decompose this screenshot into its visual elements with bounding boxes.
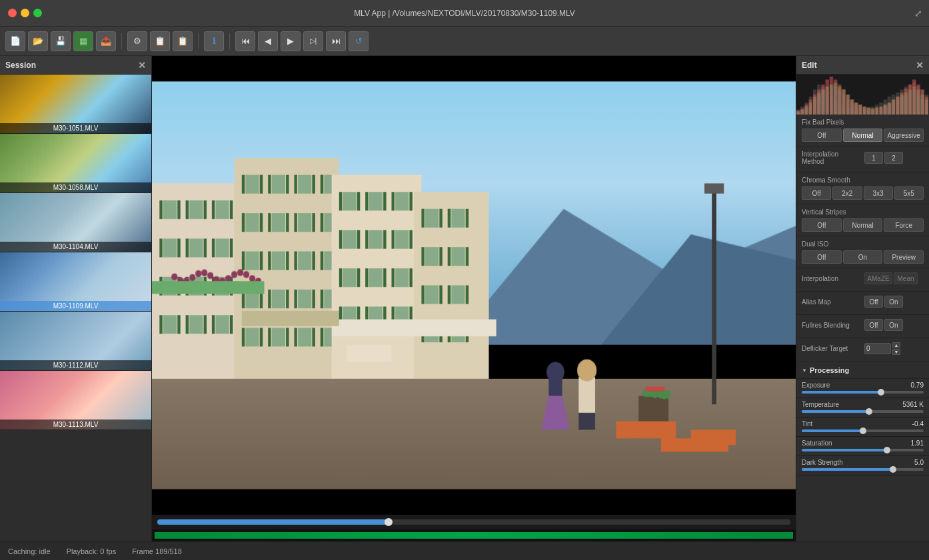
interp-mean[interactable]: Mean: [894, 272, 918, 284]
chroma-smooth-buttons: Off 2x2 3x3 5x5: [802, 186, 924, 200]
vertical-stripes-buttons: Off Normal Force: [802, 218, 924, 232]
slider-header-1: Temperature 5361 K: [802, 401, 924, 408]
chroma-smooth-3x3[interactable]: 3x3: [864, 186, 893, 200]
copy-button[interactable]: 📋: [150, 31, 170, 51]
slider-handle-0[interactable]: [878, 389, 884, 396]
slider-handle-2[interactable]: [860, 427, 866, 434]
session-label-M30-1104: M30-1104.MLV: [0, 242, 151, 252]
processing-collapse-arrow[interactable]: ▼: [802, 368, 807, 374]
maximize-button[interactable]: [33, 9, 42, 17]
toolbar-separator-1: [121, 33, 122, 49]
alias-map-on[interactable]: On: [884, 296, 903, 308]
slider-header-2: Tint -0.4: [802, 420, 924, 427]
dual-iso-preview[interactable]: Preview: [884, 250, 924, 264]
dual-iso-label: Dual ISO: [802, 240, 924, 248]
deflicker-spinners: ▲ ▼: [892, 342, 900, 355]
fullres-blending-off[interactable]: Off: [864, 319, 883, 331]
slider-handle-3[interactable]: [884, 447, 890, 453]
slider-handle-4[interactable]: [890, 466, 896, 473]
vertical-stripes-off[interactable]: Off: [802, 218, 842, 232]
window-title: MLV App | /Volumes/NEXTODI/MLV/20170830/…: [354, 9, 575, 18]
titlebar: MLV App | /Volumes/NEXTODI/MLV/20170830/…: [0, 0, 929, 27]
deflicker-down[interactable]: ▼: [892, 349, 900, 355]
slider-track-0[interactable]: [802, 391, 924, 394]
skip-start-button[interactable]: ⏮: [235, 31, 255, 51]
audio-bar-container: [152, 529, 796, 541]
video-controls: [152, 515, 796, 529]
fix-bad-pixels-aggressive[interactable]: Aggressive: [884, 129, 924, 142]
processing-header: ▼ Processing: [796, 362, 929, 379]
alias-map-off[interactable]: Off: [864, 296, 883, 308]
loop-button[interactable]: ↺: [349, 31, 369, 51]
interpolation-section: Interpolation AMaZE Mean: [796, 268, 929, 292]
new-file-button[interactable]: 📄: [5, 31, 25, 51]
interp-method-1[interactable]: 1: [864, 152, 883, 164]
close-button[interactable]: [8, 9, 17, 17]
chroma-smooth-off[interactable]: Off: [802, 186, 831, 200]
paste-button[interactable]: 📋: [173, 31, 193, 51]
chroma-smooth-section: Chroma Smooth Off 2x2 3x3 5x5: [796, 172, 929, 204]
chroma-smooth-5x5[interactable]: 5x5: [894, 186, 924, 200]
info-button[interactable]: ℹ: [204, 31, 224, 51]
slider-value-2: -0.4: [912, 420, 924, 427]
slider-handle-1[interactable]: [866, 408, 872, 415]
fullres-blending-on[interactable]: On: [884, 319, 903, 331]
session-item-M30-1112[interactable]: M30-1112.MLV: [0, 312, 151, 371]
deflicker-target-input[interactable]: [864, 343, 891, 354]
edit-panel: Edit ✕ Fix Bad Pixels Off Normal Aggress…: [796, 56, 929, 541]
chroma-smooth-label: Chroma Smooth: [802, 176, 924, 184]
settings-button[interactable]: ⚙: [127, 31, 147, 51]
playback-handle[interactable]: [385, 518, 393, 526]
export-green-button[interactable]: ▦: [73, 31, 93, 51]
slider-track-2[interactable]: [802, 429, 924, 432]
session-item-M30-1058[interactable]: M30-1058.MLV: [0, 134, 151, 193]
slider-track-3[interactable]: [802, 449, 924, 451]
session-item-M30-1051[interactable]: M30-1051.MLV: [0, 75, 151, 134]
deflicker-up[interactable]: ▲: [892, 342, 900, 348]
slider-value-4: 5.0: [914, 459, 924, 466]
fix-bad-pixels-normal[interactable]: Normal: [843, 129, 883, 142]
deflicker-target-label: Deflicker Target: [802, 345, 862, 352]
chroma-smooth-2x2[interactable]: 2x2: [832, 186, 862, 200]
vertical-stripes-force[interactable]: Force: [884, 218, 924, 232]
session-close-button[interactable]: ✕: [138, 60, 146, 71]
interp-amaze[interactable]: AMaZE: [864, 272, 892, 284]
session-item-M30-1113[interactable]: M30-1113.MLV: [0, 371, 151, 430]
main-content: Session ✕ M30-1051.MLV M30-1058.MLV M30-…: [0, 56, 929, 541]
expand-icon[interactable]: ⤢: [914, 8, 922, 19]
dual-iso-on[interactable]: On: [843, 250, 883, 264]
fix-bad-pixels-off[interactable]: Off: [802, 129, 842, 142]
session-label-M30-1113: M30-1113.MLV: [0, 420, 151, 429]
skip-end-button[interactable]: ⏭: [326, 31, 346, 51]
slider-fill-1: [802, 410, 869, 413]
prev-frame-button[interactable]: ◀: [258, 31, 278, 51]
vertical-stripes-label: Vertical Stripes: [802, 208, 924, 216]
next-frame-button[interactable]: ▷|: [303, 31, 323, 51]
interp-method-2[interactable]: 2: [884, 152, 903, 164]
minimize-button[interactable]: [21, 9, 29, 17]
playback-fill: [157, 519, 389, 525]
processing-label: Processing: [810, 366, 849, 374]
vertical-stripes-normal[interactable]: Normal: [843, 218, 883, 232]
slider-track-4[interactable]: [802, 468, 924, 471]
audio-bar: [155, 532, 793, 539]
slider-track-1[interactable]: [802, 410, 924, 413]
session-item-M30-1104[interactable]: M30-1104.MLV: [0, 193, 151, 252]
slider-fill-3: [802, 449, 887, 451]
save-button[interactable]: 💾: [51, 31, 71, 51]
session-list: M30-1051.MLV M30-1058.MLV M30-1104.MLV M…: [0, 75, 151, 541]
slider-value-0: 0.79: [911, 382, 924, 389]
session-item-M30-1109[interactable]: M30-1109.MLV: [0, 252, 151, 312]
dual-iso-off[interactable]: Off: [802, 250, 842, 264]
slider-label-2: Tint: [802, 420, 812, 427]
dual-iso-buttons: Off On Preview: [802, 250, 924, 264]
slider-value-3: 1.91: [911, 439, 924, 447]
export-button[interactable]: 📤: [96, 31, 116, 51]
toolbar-separator-3: [229, 33, 230, 49]
slider-label-0: Exposure: [802, 382, 830, 389]
session-label-M30-1058: M30-1058.MLV: [0, 182, 151, 192]
open-folder-button[interactable]: 📂: [28, 31, 48, 51]
play-button[interactable]: ▶: [281, 31, 301, 51]
edit-close-button[interactable]: ✕: [916, 60, 924, 71]
playback-bar[interactable]: [157, 519, 790, 525]
